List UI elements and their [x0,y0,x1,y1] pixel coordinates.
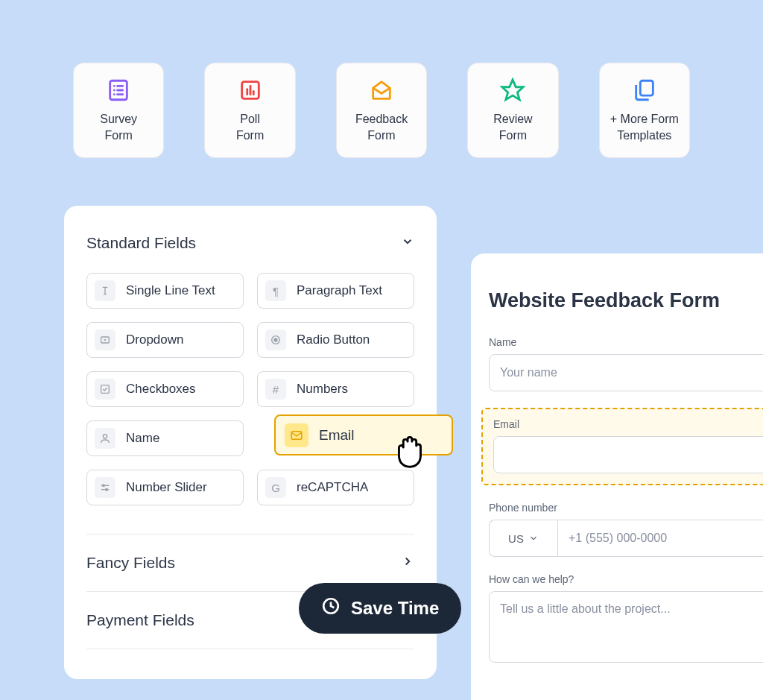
section-title: Payment Fields [86,611,194,629]
help-label: How can we help? [489,573,763,585]
template-survey[interactable]: SurveyForm [73,63,164,158]
phone-input[interactable] [557,520,763,557]
slider-icon [95,477,115,498]
hash-icon: # [265,379,286,400]
text-icon [95,280,115,301]
svg-point-21 [106,488,108,491]
field-label: Checkboxes [126,382,196,397]
field-number-slider[interactable]: Number Slider [86,470,244,505]
radio-icon [265,329,286,350]
field-dropdown[interactable]: Dropdown [86,322,244,358]
dropdown-icon [95,329,115,350]
email-label: Email [493,418,763,430]
form-title: Website Feedback Form [489,289,763,312]
chevron-down-icon [528,533,539,543]
field-label: Number Slider [126,480,207,495]
name-input[interactable] [489,354,763,391]
template-label: + More FormTemplates [610,111,679,143]
phone-label: Phone number [489,502,763,514]
form-preview: Website Feedback Form Name Email Phone n… [471,253,763,700]
field-label: Single Line Text [126,283,215,298]
template-feedback[interactable]: FeedbackForm [336,63,427,158]
phone-prefix-value: US [508,532,524,545]
template-label: SurveyForm [100,111,137,143]
field-numbers[interactable]: # Numbers [257,371,414,407]
envelope-icon [368,77,395,104]
template-label: ReviewForm [493,111,532,143]
field-label: reCAPTCHA [297,480,368,495]
help-textarea[interactable] [489,591,763,663]
svg-rect-12 [640,81,653,96]
chevron-right-icon [401,555,414,571]
template-poll[interactable]: PollForm [204,63,295,158]
field-name[interactable]: Name [86,420,244,456]
phone-group: Phone number US [489,502,763,557]
svg-point-15 [274,338,277,341]
chevron-down-icon [401,235,414,251]
email-input[interactable] [493,436,763,473]
copy-icon [631,77,658,104]
template-review[interactable]: ReviewForm [467,63,558,158]
svg-point-17 [103,435,107,438]
divider [86,649,414,649]
template-more[interactable]: + More FormTemplates [599,63,690,158]
clock-icon [321,596,341,620]
fields-grid: Single Line Text ¶ Paragraph Text Dropdo… [64,252,437,514]
field-radio-button[interactable]: Radio Button [257,322,414,358]
name-label: Name [489,336,763,348]
field-label: Dropdown [126,332,184,347]
template-label: PollForm [236,111,264,143]
svg-rect-16 [101,385,110,394]
star-icon [499,77,526,104]
checkbox-icon [95,379,115,400]
name-group: Name [489,336,763,391]
field-checkboxes[interactable]: Checkboxes [86,371,244,407]
standard-fields-header[interactable]: Standard Fields [64,234,437,252]
mail-icon [285,423,308,447]
field-label: Email [319,427,355,444]
field-paragraph-text[interactable]: ¶ Paragraph Text [257,273,414,309]
templates-row: SurveyForm PollForm FeedbackForm ReviewF… [0,0,763,158]
list-icon [105,77,132,104]
help-group: How can we help? [489,573,763,666]
field-label: Paragraph Text [297,283,382,298]
field-single-line-text[interactable]: Single Line Text [86,273,244,309]
save-time-label: Save Time [351,598,439,619]
field-recaptcha[interactable]: G reCAPTCHA [257,470,414,505]
email-drop-zone[interactable]: Email [481,408,763,485]
field-label: Numbers [297,382,348,397]
section-title: Fancy Fields [86,554,175,572]
grab-cursor-icon [386,425,432,474]
template-label: FeedbackForm [355,111,408,143]
fancy-fields-header[interactable]: Fancy Fields [64,535,437,572]
person-icon [95,428,115,449]
svg-point-19 [103,485,105,487]
field-label: Name [126,431,159,446]
section-title: Standard Fields [86,234,196,252]
phone-country-select[interactable]: US [489,520,557,557]
captcha-icon: G [265,477,286,498]
chart-icon [237,77,264,104]
field-label: Radio Button [297,332,370,347]
svg-marker-11 [502,80,523,100]
paragraph-icon: ¶ [265,280,286,301]
save-time-pill[interactable]: Save Time [299,583,461,634]
